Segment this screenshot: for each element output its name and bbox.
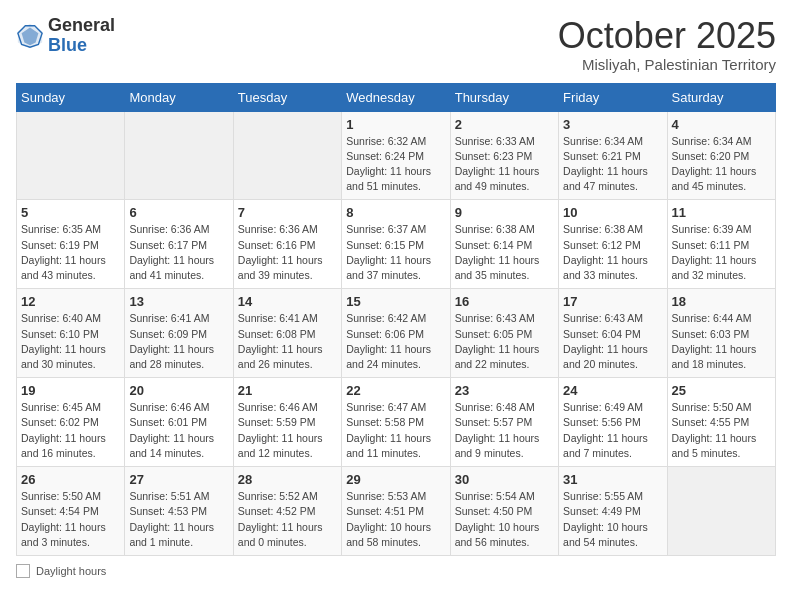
calendar-cell: 12Sunrise: 6:40 AM Sunset: 6:10 PM Dayli…	[17, 289, 125, 378]
day-info: Sunrise: 5:50 AM Sunset: 4:54 PM Dayligh…	[21, 489, 120, 550]
day-info: Sunrise: 6:42 AM Sunset: 6:06 PM Dayligh…	[346, 311, 445, 372]
day-info: Sunrise: 6:33 AM Sunset: 6:23 PM Dayligh…	[455, 134, 554, 195]
location-subtitle: Misliyah, Palestinian Territory	[558, 56, 776, 73]
day-number: 9	[455, 205, 554, 220]
calendar-cell: 21Sunrise: 6:46 AM Sunset: 5:59 PM Dayli…	[233, 378, 341, 467]
calendar-cell: 3Sunrise: 6:34 AM Sunset: 6:21 PM Daylig…	[559, 111, 667, 200]
day-number: 18	[672, 294, 771, 309]
calendar-cell: 30Sunrise: 5:54 AM Sunset: 4:50 PM Dayli…	[450, 467, 558, 556]
header-day-sunday: Sunday	[17, 83, 125, 111]
day-info: Sunrise: 6:38 AM Sunset: 6:12 PM Dayligh…	[563, 222, 662, 283]
calendar-cell: 31Sunrise: 5:55 AM Sunset: 4:49 PM Dayli…	[559, 467, 667, 556]
calendar-cell: 28Sunrise: 5:52 AM Sunset: 4:52 PM Dayli…	[233, 467, 341, 556]
day-number: 31	[563, 472, 662, 487]
calendar-cell: 25Sunrise: 5:50 AM Sunset: 4:55 PM Dayli…	[667, 378, 775, 467]
day-info: Sunrise: 6:36 AM Sunset: 6:17 PM Dayligh…	[129, 222, 228, 283]
day-number: 12	[21, 294, 120, 309]
day-info: Sunrise: 5:50 AM Sunset: 4:55 PM Dayligh…	[672, 400, 771, 461]
day-number: 21	[238, 383, 337, 398]
calendar-cell: 18Sunrise: 6:44 AM Sunset: 6:03 PM Dayli…	[667, 289, 775, 378]
day-info: Sunrise: 6:38 AM Sunset: 6:14 PM Dayligh…	[455, 222, 554, 283]
calendar-cell: 2Sunrise: 6:33 AM Sunset: 6:23 PM Daylig…	[450, 111, 558, 200]
calendar-cell: 7Sunrise: 6:36 AM Sunset: 6:16 PM Daylig…	[233, 200, 341, 289]
calendar-cell: 11Sunrise: 6:39 AM Sunset: 6:11 PM Dayli…	[667, 200, 775, 289]
day-number: 30	[455, 472, 554, 487]
calendar-cell: 16Sunrise: 6:43 AM Sunset: 6:05 PM Dayli…	[450, 289, 558, 378]
day-number: 22	[346, 383, 445, 398]
logo-blue-text: Blue	[48, 35, 87, 55]
calendar-cell: 8Sunrise: 6:37 AM Sunset: 6:15 PM Daylig…	[342, 200, 450, 289]
day-number: 20	[129, 383, 228, 398]
month-title: October 2025	[558, 16, 776, 56]
legend-label: Daylight hours	[36, 565, 106, 577]
day-number: 17	[563, 294, 662, 309]
day-number: 13	[129, 294, 228, 309]
day-number: 25	[672, 383, 771, 398]
day-number: 24	[563, 383, 662, 398]
calendar-cell: 27Sunrise: 5:51 AM Sunset: 4:53 PM Dayli…	[125, 467, 233, 556]
day-info: Sunrise: 5:52 AM Sunset: 4:52 PM Dayligh…	[238, 489, 337, 550]
day-info: Sunrise: 6:35 AM Sunset: 6:19 PM Dayligh…	[21, 222, 120, 283]
logo-general-text: General	[48, 15, 115, 35]
calendar-cell: 14Sunrise: 6:41 AM Sunset: 6:08 PM Dayli…	[233, 289, 341, 378]
day-info: Sunrise: 6:41 AM Sunset: 6:08 PM Dayligh…	[238, 311, 337, 372]
week-row-2: 5Sunrise: 6:35 AM Sunset: 6:19 PM Daylig…	[17, 200, 776, 289]
day-number: 16	[455, 294, 554, 309]
day-info: Sunrise: 6:41 AM Sunset: 6:09 PM Dayligh…	[129, 311, 228, 372]
day-info: Sunrise: 6:47 AM Sunset: 5:58 PM Dayligh…	[346, 400, 445, 461]
logo-text: General Blue	[48, 16, 115, 56]
day-info: Sunrise: 6:44 AM Sunset: 6:03 PM Dayligh…	[672, 311, 771, 372]
day-number: 14	[238, 294, 337, 309]
day-number: 23	[455, 383, 554, 398]
calendar-cell: 13Sunrise: 6:41 AM Sunset: 6:09 PM Dayli…	[125, 289, 233, 378]
calendar-cell: 15Sunrise: 6:42 AM Sunset: 6:06 PM Dayli…	[342, 289, 450, 378]
calendar-cell	[125, 111, 233, 200]
day-info: Sunrise: 6:45 AM Sunset: 6:02 PM Dayligh…	[21, 400, 120, 461]
calendar-cell	[233, 111, 341, 200]
header-day-tuesday: Tuesday	[233, 83, 341, 111]
day-info: Sunrise: 5:55 AM Sunset: 4:49 PM Dayligh…	[563, 489, 662, 550]
day-number: 19	[21, 383, 120, 398]
calendar-cell: 1Sunrise: 6:32 AM Sunset: 6:24 PM Daylig…	[342, 111, 450, 200]
calendar-cell: 24Sunrise: 6:49 AM Sunset: 5:56 PM Dayli…	[559, 378, 667, 467]
calendar-cell: 9Sunrise: 6:38 AM Sunset: 6:14 PM Daylig…	[450, 200, 558, 289]
day-number: 3	[563, 117, 662, 132]
calendar-cell: 19Sunrise: 6:45 AM Sunset: 6:02 PM Dayli…	[17, 378, 125, 467]
day-number: 15	[346, 294, 445, 309]
day-number: 1	[346, 117, 445, 132]
day-info: Sunrise: 6:49 AM Sunset: 5:56 PM Dayligh…	[563, 400, 662, 461]
calendar-table: SundayMondayTuesdayWednesdayThursdayFrid…	[16, 83, 776, 556]
header-day-monday: Monday	[125, 83, 233, 111]
day-number: 10	[563, 205, 662, 220]
calendar-cell: 17Sunrise: 6:43 AM Sunset: 6:04 PM Dayli…	[559, 289, 667, 378]
calendar-cell	[17, 111, 125, 200]
day-info: Sunrise: 5:54 AM Sunset: 4:50 PM Dayligh…	[455, 489, 554, 550]
header-day-friday: Friday	[559, 83, 667, 111]
day-number: 11	[672, 205, 771, 220]
day-number: 27	[129, 472, 228, 487]
calendar-cell: 22Sunrise: 6:47 AM Sunset: 5:58 PM Dayli…	[342, 378, 450, 467]
calendar-cell: 23Sunrise: 6:48 AM Sunset: 5:57 PM Dayli…	[450, 378, 558, 467]
header-day-thursday: Thursday	[450, 83, 558, 111]
day-info: Sunrise: 5:53 AM Sunset: 4:51 PM Dayligh…	[346, 489, 445, 550]
calendar-cell	[667, 467, 775, 556]
week-row-5: 26Sunrise: 5:50 AM Sunset: 4:54 PM Dayli…	[17, 467, 776, 556]
day-number: 2	[455, 117, 554, 132]
day-number: 26	[21, 472, 120, 487]
day-info: Sunrise: 6:34 AM Sunset: 6:20 PM Dayligh…	[672, 134, 771, 195]
day-info: Sunrise: 6:43 AM Sunset: 6:05 PM Dayligh…	[455, 311, 554, 372]
legend: Daylight hours	[16, 564, 776, 578]
header-row: SundayMondayTuesdayWednesdayThursdayFrid…	[17, 83, 776, 111]
legend-box	[16, 564, 30, 578]
day-info: Sunrise: 6:32 AM Sunset: 6:24 PM Dayligh…	[346, 134, 445, 195]
calendar-cell: 4Sunrise: 6:34 AM Sunset: 6:20 PM Daylig…	[667, 111, 775, 200]
day-number: 5	[21, 205, 120, 220]
calendar-header: SundayMondayTuesdayWednesdayThursdayFrid…	[17, 83, 776, 111]
title-block: October 2025 Misliyah, Palestinian Terri…	[558, 16, 776, 73]
day-info: Sunrise: 5:51 AM Sunset: 4:53 PM Dayligh…	[129, 489, 228, 550]
day-info: Sunrise: 6:46 AM Sunset: 6:01 PM Dayligh…	[129, 400, 228, 461]
day-number: 4	[672, 117, 771, 132]
day-info: Sunrise: 6:43 AM Sunset: 6:04 PM Dayligh…	[563, 311, 662, 372]
day-number: 7	[238, 205, 337, 220]
day-info: Sunrise: 6:40 AM Sunset: 6:10 PM Dayligh…	[21, 311, 120, 372]
